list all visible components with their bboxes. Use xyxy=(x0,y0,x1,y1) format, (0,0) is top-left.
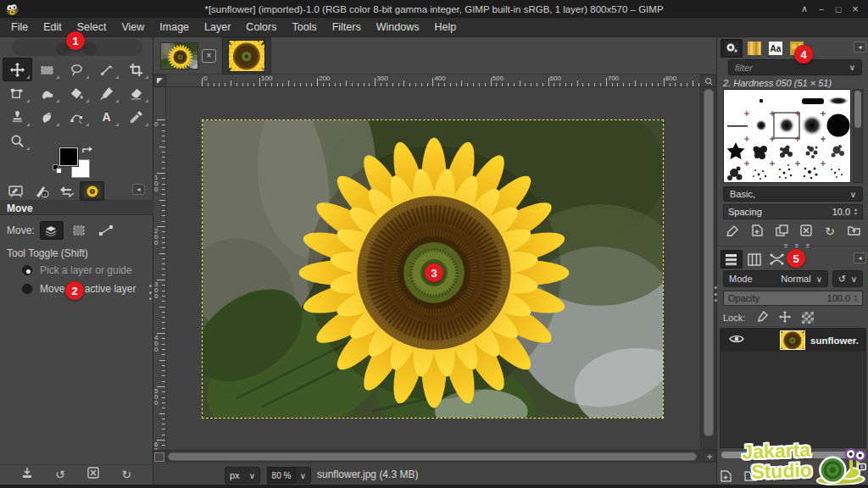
paths-panel-tab[interactable] xyxy=(765,250,787,269)
lock-label: Lock: xyxy=(723,313,745,323)
panel-resize-handle[interactable] xyxy=(714,286,717,302)
horizontal-scrollbar[interactable] xyxy=(166,451,700,463)
dock-collapse-icon[interactable]: ◂ xyxy=(132,184,145,195)
menu-item-file[interactable]: File xyxy=(3,19,36,36)
undo-history-tab[interactable] xyxy=(54,181,79,201)
eraser-tool[interactable] xyxy=(121,81,151,105)
vertical-scrollbar[interactable] xyxy=(700,87,716,450)
new-layer-icon[interactable] xyxy=(721,470,732,485)
radio-pick-layer[interactable]: Pick a layer or guide xyxy=(22,264,132,276)
zoom-follow-window-button[interactable] xyxy=(700,75,716,87)
close-button[interactable]: × xyxy=(848,0,863,18)
close-image-icon[interactable]: × xyxy=(202,49,216,63)
bucket-fill-tool[interactable] xyxy=(62,81,92,105)
zoom-dropdown-button[interactable]: ∨ xyxy=(296,467,311,484)
lock-alpha-icon[interactable] xyxy=(802,312,814,324)
visibility-eye-icon[interactable] xyxy=(729,334,744,347)
reset-tool-options-icon[interactable]: ↻ xyxy=(118,468,135,481)
device-status-tab[interactable]: i xyxy=(29,181,53,201)
spinner-arrows-icon[interactable]: ▲▼ xyxy=(854,294,858,302)
menu-item-edit[interactable]: Edit xyxy=(36,19,70,36)
watermark-line2: Studio xyxy=(751,459,812,484)
spinner-arrows-icon[interactable]: ▲▼ xyxy=(854,208,858,216)
shade-button[interactable]: ∧ xyxy=(797,0,812,18)
tool-options-tab[interactable] xyxy=(3,181,28,201)
refresh-brushes-icon[interactable]: ↻ xyxy=(825,225,835,238)
vertical-ruler[interactable]: 0100200300400500600 xyxy=(153,87,166,450)
unit-dropdown[interactable]: px∨ xyxy=(225,467,260,484)
brush-grid[interactable] xyxy=(723,89,851,183)
opacity-slider[interactable]: Opacity 100.0 ▲▼ xyxy=(723,291,863,306)
smudge-tool[interactable] xyxy=(32,105,62,129)
layer-mode-dropdown[interactable]: Mode Normal ∨ xyxy=(723,270,828,287)
default-colors-icon[interactable] xyxy=(53,164,63,175)
brush-tag-select[interactable]: Basic, ∨ xyxy=(723,186,863,202)
navigation-button[interactable]: ✛ xyxy=(704,452,715,462)
image-tab-2-active[interactable] xyxy=(222,37,271,75)
image-window: × 01002003004005006007008 xyxy=(153,37,716,488)
color-picker-tool[interactable] xyxy=(121,105,151,129)
fonts-tab[interactable]: Aa xyxy=(765,39,787,58)
move-selection-button[interactable] xyxy=(67,221,91,240)
save-tool-preset-icon[interactable] xyxy=(19,467,36,481)
vertical-scrollbar-thumb[interactable] xyxy=(704,89,714,436)
quick-mask-toggle[interactable] xyxy=(154,452,164,462)
dock-collapse-icon[interactable]: ◂ xyxy=(854,42,866,53)
menu-item-layer[interactable]: Layer xyxy=(197,19,238,36)
brush-filter-input[interactable]: filter ∨ xyxy=(728,59,862,75)
maximize-button[interactable]: □ xyxy=(831,0,846,18)
annotation-badge-4: 4 xyxy=(794,45,813,64)
layer-list[interactable]: sunflower. xyxy=(720,328,866,448)
minimize-button[interactable]: − xyxy=(814,0,829,18)
paths-tool[interactable] xyxy=(62,105,92,129)
crop-tool[interactable] xyxy=(121,58,151,81)
menu-item-tools[interactable]: Tools xyxy=(284,19,324,36)
clone-tool[interactable] xyxy=(3,105,32,129)
patterns-tab[interactable] xyxy=(743,39,765,58)
layer-row-sunflower[interactable]: sunflower. xyxy=(721,329,865,352)
zoom-tool[interactable] xyxy=(3,129,32,152)
measure-tool[interactable] xyxy=(92,58,121,81)
layers-tab[interactable] xyxy=(721,250,743,269)
move-path-button[interactable] xyxy=(94,221,118,240)
image-thumbnail-tab[interactable] xyxy=(80,181,104,201)
restore-tool-preset-icon[interactable]: ↺ xyxy=(52,468,69,481)
brush-grid-scrollbar[interactable] xyxy=(853,89,863,183)
panel-resize-handle[interactable] xyxy=(148,285,152,300)
brushes-tab[interactable] xyxy=(721,39,743,58)
horizontal-ruler[interactable]: 0100200300400500600700800 xyxy=(166,75,700,87)
open-brush-icon[interactable] xyxy=(848,225,860,238)
menu-item-view[interactable]: View xyxy=(114,19,152,36)
menu-item-image[interactable]: Image xyxy=(152,19,197,36)
swap-colors-icon[interactable] xyxy=(81,146,93,156)
titlebar[interactable]: *[sunflower] (imported)-1.0 (RGB color 8… xyxy=(0,0,868,18)
image-tab-1[interactable] xyxy=(160,42,198,69)
move-tool[interactable] xyxy=(3,58,32,81)
delete-brush-icon[interactable] xyxy=(800,225,812,239)
lock-pixels-icon[interactable] xyxy=(756,311,768,324)
horizontal-scrollbar-thumb[interactable] xyxy=(168,452,697,461)
edit-brush-icon[interactable] xyxy=(726,225,739,239)
menu-item-filters[interactable]: Filters xyxy=(325,19,369,36)
mode-switch-button[interactable]: ↺∨ xyxy=(832,270,863,287)
new-brush-icon[interactable] xyxy=(752,225,763,239)
menu-item-windows[interactable]: Windows xyxy=(369,19,427,36)
menu-item-colors[interactable]: Colors xyxy=(238,19,284,36)
lock-position-icon[interactable] xyxy=(779,311,791,324)
dock-collapse-icon[interactable]: ◂ xyxy=(854,252,866,263)
zoom-entry[interactable]: 80 % xyxy=(267,467,296,484)
foreground-color-swatch[interactable] xyxy=(59,147,78,166)
move-layer-button[interactable] xyxy=(40,221,64,240)
rectangle-select-tool[interactable] xyxy=(32,58,62,81)
ruler-origin-button[interactable] xyxy=(153,75,166,87)
transform-tool[interactable] xyxy=(3,81,32,105)
channels-tab[interactable] xyxy=(743,250,765,269)
paintbrush-tool[interactable] xyxy=(92,81,121,105)
delete-tool-preset-icon[interactable] xyxy=(85,467,102,481)
warp-transform-tool[interactable] xyxy=(32,81,62,105)
spacing-slider[interactable]: Spacing 10.0 ▲▼ xyxy=(723,204,863,219)
free-select-tool[interactable] xyxy=(62,58,92,81)
menu-item-help[interactable]: Help xyxy=(426,19,464,36)
duplicate-brush-icon[interactable] xyxy=(776,225,788,239)
text-tool[interactable]: A xyxy=(92,105,121,129)
